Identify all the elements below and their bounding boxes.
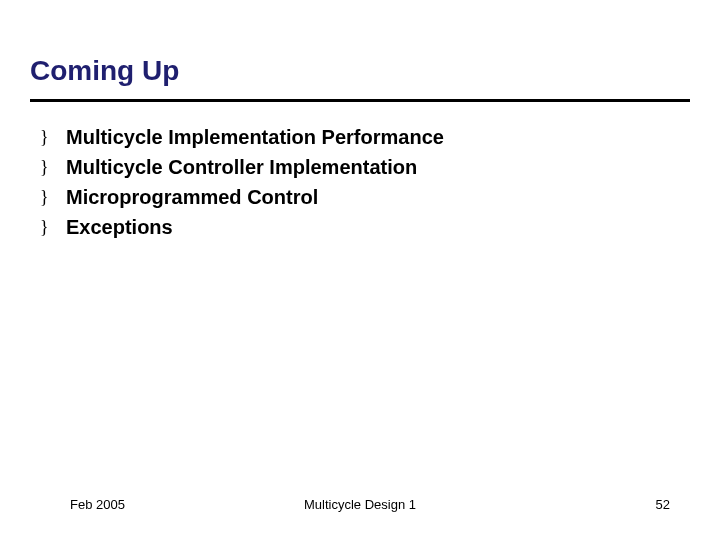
bullet-text: Microprogrammed Control	[66, 184, 318, 210]
list-item: } Microprogrammed Control	[40, 184, 690, 210]
list-item: } Exceptions	[40, 214, 690, 240]
footer-date: Feb 2005	[70, 497, 125, 512]
title-divider	[30, 99, 690, 102]
slide-footer: Feb 2005 Multicycle Design 1 52	[0, 497, 720, 512]
slide-title: Coming Up	[30, 55, 690, 87]
bullet-marker-icon: }	[40, 214, 66, 240]
footer-page-number: 52	[656, 497, 670, 512]
list-item: } Multicycle Implementation Performance	[40, 124, 690, 150]
bullet-marker-icon: }	[40, 154, 66, 180]
slide-container: Coming Up } Multicycle Implementation Pe…	[0, 0, 720, 540]
bullet-text: Exceptions	[66, 214, 173, 240]
bullet-text: Multicycle Implementation Performance	[66, 124, 444, 150]
bullet-list: } Multicycle Implementation Performance …	[30, 124, 690, 240]
footer-title: Multicycle Design 1	[304, 497, 416, 512]
bullet-marker-icon: }	[40, 124, 66, 150]
list-item: } Multicycle Controller Implementation	[40, 154, 690, 180]
bullet-marker-icon: }	[40, 184, 66, 210]
bullet-text: Multicycle Controller Implementation	[66, 154, 417, 180]
